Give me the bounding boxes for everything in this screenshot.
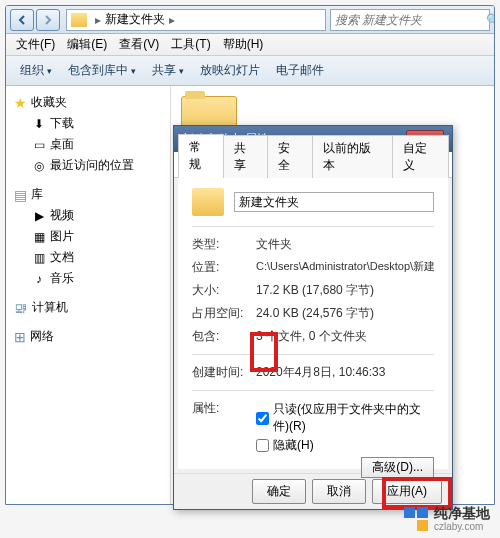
nav-back-button[interactable] [10, 9, 34, 31]
dialog-body: 类型:文件夹 位置:C:\Users\Administrator\Desktop… [178, 178, 448, 469]
tb-include-library[interactable]: 包含到库中 [60, 59, 144, 82]
tb-share[interactable]: 共享 [144, 59, 192, 82]
value-location: C:\Users\Administrator\Desktop\新建文件夹 [256, 259, 434, 276]
chevron-right-icon: ▸ [169, 13, 175, 27]
value-type: 文件夹 [256, 236, 434, 253]
cancel-button[interactable]: 取消 [312, 479, 366, 504]
tab-customize[interactable]: 自定义 [392, 135, 449, 178]
watermark: 纯净基地 czlaby.com [404, 506, 490, 532]
value-size: 17.2 KB (17,680 字节) [256, 282, 434, 299]
titlebar: ▸ 新建文件夹 ▸ 🔍 [6, 6, 494, 34]
tab-sharing[interactable]: 共享 [223, 135, 269, 178]
sidebar-computer[interactable]: 🖳计算机 [6, 297, 170, 318]
tab-previous[interactable]: 以前的版本 [312, 135, 393, 178]
recent-icon: ◎ [32, 159, 46, 173]
label-location: 位置: [192, 259, 256, 276]
sidebar-network[interactable]: ⊞网络 [6, 326, 170, 347]
document-icon: ▥ [32, 251, 46, 265]
ok-button[interactable]: 确定 [252, 479, 306, 504]
checkbox-hidden[interactable] [256, 439, 269, 452]
sidebar-item-music[interactable]: ♪音乐 [6, 268, 170, 289]
music-icon: ♪ [32, 272, 46, 286]
label-hidden: 隐藏(H) [273, 437, 314, 454]
chevron-right-icon: ▸ [95, 13, 101, 27]
menu-help[interactable]: 帮助(H) [217, 34, 270, 55]
tb-organize[interactable]: 组织 [12, 59, 60, 82]
label-contains: 包含: [192, 328, 256, 345]
sidebar-item-desktop[interactable]: ▭桌面 [6, 134, 170, 155]
address-bar[interactable]: ▸ 新建文件夹 ▸ [66, 9, 326, 31]
value-created: 2020年4月8日, 10:46:33 [256, 364, 434, 381]
toolbar: 组织 包含到库中 共享 放映幻灯片 电子邮件 [6, 56, 494, 86]
label-readonly: 只读(仅应用于文件夹中的文件)(R) [273, 401, 434, 435]
label-attributes: 属性: [192, 400, 256, 417]
network-icon: ⊞ [14, 329, 26, 345]
sidebar-item-videos[interactable]: ▶视频 [6, 205, 170, 226]
apply-button[interactable]: 应用(A) [372, 479, 442, 504]
menu-file[interactable]: 文件(F) [10, 34, 61, 55]
search-box[interactable]: 🔍 [330, 9, 490, 31]
label-size: 大小: [192, 282, 256, 299]
search-icon: 🔍 [486, 13, 495, 27]
watermark-url: czlaby.com [434, 521, 490, 532]
folder-name-input[interactable] [234, 192, 434, 212]
video-icon: ▶ [32, 209, 46, 223]
folder-icon [71, 13, 87, 27]
properties-dialog: 新建文件夹 属性 ✕ 常规 共享 安全 以前的版本 自定义 类型:文件夹 位置:… [173, 125, 453, 510]
tab-general[interactable]: 常规 [178, 134, 224, 178]
computer-icon: 🖳 [14, 300, 28, 316]
breadcrumb[interactable]: 新建文件夹 [105, 11, 165, 28]
library-icon: ▤ [14, 187, 27, 203]
tb-email[interactable]: 电子邮件 [268, 59, 332, 82]
checkbox-readonly[interactable] [256, 412, 269, 425]
menu-tools[interactable]: 工具(T) [165, 34, 216, 55]
sidebar-favorites[interactable]: ★收藏夹 [6, 92, 170, 113]
star-icon: ★ [14, 95, 27, 111]
watermark-logo-icon [404, 507, 428, 531]
sidebar-libraries[interactable]: ▤库 [6, 184, 170, 205]
search-input[interactable] [335, 13, 486, 27]
sidebar-item-recent[interactable]: ◎最近访问的位置 [6, 155, 170, 176]
download-icon: ⬇ [32, 117, 46, 131]
menu-view[interactable]: 查看(V) [113, 34, 165, 55]
sidebar-item-downloads[interactable]: ⬇下载 [6, 113, 170, 134]
tab-security[interactable]: 安全 [267, 135, 313, 178]
desktop-icon: ▭ [32, 138, 46, 152]
folder-icon [192, 188, 224, 216]
value-sizeondisk: 24.0 KB (24,576 字节) [256, 305, 434, 322]
sidebar-item-documents[interactable]: ▥文档 [6, 247, 170, 268]
value-contains: 3 个文件, 0 个文件夹 [256, 328, 434, 345]
sidebar-item-pictures[interactable]: ▦图片 [6, 226, 170, 247]
picture-icon: ▦ [32, 230, 46, 244]
dialog-buttons: 确定 取消 应用(A) [174, 473, 452, 509]
menu-bar: 文件(F) 编辑(E) 查看(V) 工具(T) 帮助(H) [6, 34, 494, 56]
watermark-name: 纯净基地 [434, 506, 490, 521]
dialog-tabs: 常规 共享 安全 以前的版本 自定义 [174, 152, 452, 178]
menu-edit[interactable]: 编辑(E) [61, 34, 113, 55]
sidebar: ★收藏夹 ⬇下载 ▭桌面 ◎最近访问的位置 ▤库 ▶视频 ▦图片 ▥文档 ♪音乐… [6, 86, 171, 504]
label-type: 类型: [192, 236, 256, 253]
label-created: 创建时间: [192, 364, 256, 381]
label-sizeondisk: 占用空间: [192, 305, 256, 322]
nav-forward-button[interactable] [36, 9, 60, 31]
advanced-button[interactable]: 高级(D)... [361, 457, 434, 478]
tb-slideshow[interactable]: 放映幻灯片 [192, 59, 268, 82]
